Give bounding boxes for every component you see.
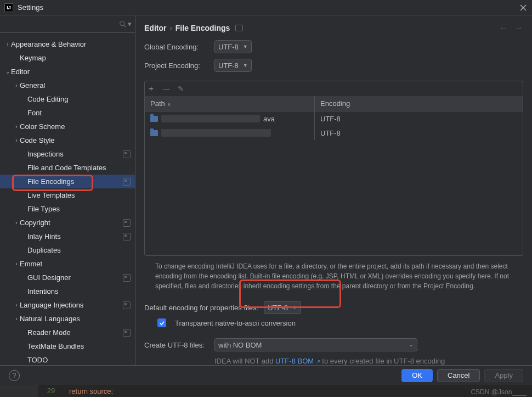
chevron-right-icon: ›	[169, 24, 172, 32]
tree-item-label: Font	[27, 109, 135, 117]
project-encoding-combo[interactable]: UTF-8▼	[214, 59, 252, 72]
tree-item-natural-languages[interactable]: ›Natural Languages	[0, 312, 135, 326]
ok-button[interactable]: OK	[401, 369, 433, 382]
tree-item-keymap[interactable]: Keymap	[0, 51, 135, 65]
tree-item-live-templates[interactable]: Live Templates	[0, 188, 135, 202]
tree-item-label: Natural Languages	[20, 315, 135, 323]
tree-item-label: Duplicates	[27, 246, 135, 254]
tree-item-color-scheme[interactable]: ›Color Scheme	[0, 120, 135, 133]
forward-icon[interactable]: →	[514, 23, 523, 33]
tree-item-label: Inspections	[27, 150, 123, 158]
sidebar: ▾ ›Appearance & BehaviorKeymap⌄Editor›Ge…	[0, 15, 135, 365]
col-encoding[interactable]: Encoding	[315, 96, 523, 111]
tree-item-textmate-bundles[interactable]: TextMate Bundles	[0, 339, 135, 353]
tree-item-todo[interactable]: TODO	[0, 353, 135, 365]
back-icon[interactable]: ←	[499, 23, 508, 33]
chevron-icon: ⌄	[4, 69, 11, 75]
breadcrumb-root[interactable]: Editor	[144, 24, 166, 32]
reset-icon[interactable]	[235, 25, 243, 31]
tree-item-label: TODO	[27, 356, 135, 364]
col-path[interactable]: Path∧	[145, 96, 315, 111]
add-icon[interactable]: ＋	[147, 83, 155, 94]
scope-icon	[123, 301, 131, 309]
bom-combo[interactable]: with NO BOM⌄	[214, 338, 417, 351]
tree-item-font[interactable]: Font	[0, 106, 135, 120]
breadcrumb-leaf: File Encodings	[176, 24, 230, 32]
cancel-button[interactable]: Cancel	[437, 369, 480, 382]
tree-item-label: Code Style	[20, 136, 135, 144]
editor-strip: 29 return source;	[0, 385, 532, 397]
utf8-bom-link[interactable]: UTF-8 BOM ↗	[275, 357, 320, 365]
window-title: Settings	[18, 3, 43, 12]
tree-item-reader-mode[interactable]: Reader Mode	[0, 326, 135, 339]
search-input[interactable]	[3, 19, 117, 29]
table-body[interactable]: avaUTF-8UTF-8	[145, 111, 523, 255]
tree-item-appearance-behavior[interactable]: ›Appearance & Behavior	[0, 37, 135, 51]
table-toolbar: ＋ — ✎	[144, 81, 523, 96]
watermark: CSDN @Json____	[471, 388, 527, 396]
table-row[interactable]: avaUTF-8	[145, 111, 523, 126]
close-icon[interactable]	[519, 3, 528, 12]
tree-item-general[interactable]: ›General	[0, 79, 135, 92]
properties-encoding-label: Default encoding for properties files:	[144, 304, 258, 312]
apply-button: Apply	[484, 369, 523, 382]
remove-icon[interactable]: —	[163, 85, 170, 93]
tree-item-inspections[interactable]: Inspections	[0, 147, 135, 161]
scope-icon	[123, 274, 131, 282]
settings-tree[interactable]: ›Appearance & BehaviorKeymap⌄Editor›Gene…	[0, 33, 135, 365]
tree-item-duplicates[interactable]: Duplicates	[0, 243, 135, 257]
chevron-down-icon[interactable]: ▾	[128, 20, 132, 28]
chevron-icon: ›	[13, 316, 20, 322]
tree-item-label: Copyright	[20, 219, 123, 227]
global-encoding-combo[interactable]: UTF-8▼	[214, 40, 252, 53]
global-encoding-label: Global Encoding:	[144, 43, 209, 51]
table-row[interactable]: UTF-8	[145, 126, 523, 140]
cell-path	[145, 126, 315, 140]
code-line: return source;	[64, 387, 532, 395]
tree-item-file-and-code-templates[interactable]: File and Code Templates	[0, 161, 135, 175]
tree-item-intentions[interactable]: Intentions	[0, 284, 135, 298]
bom-hint: IDEA will NOT add UTF-8 BOM ↗ to every c…	[214, 357, 523, 365]
tree-item-editor[interactable]: ⌄Editor	[0, 65, 135, 79]
tree-item-label: Language Injections	[20, 301, 123, 309]
chevron-icon: ›	[13, 124, 20, 130]
scope-icon	[123, 219, 131, 227]
tree-item-code-editing[interactable]: Code Editing	[0, 92, 135, 106]
scope-icon	[123, 178, 131, 186]
tree-item-emmet[interactable]: ›Emmet	[0, 257, 135, 271]
tree-item-label: General	[20, 81, 135, 90]
help-icon[interactable]: ?	[9, 370, 20, 381]
scope-icon	[123, 150, 131, 158]
chevron-down-icon: ▼	[243, 63, 248, 68]
tree-item-gui-designer[interactable]: GUI Designer	[0, 271, 135, 284]
project-encoding-label: Project Encoding:	[144, 61, 209, 70]
tree-item-language-injections[interactable]: ›Language Injections	[0, 298, 135, 312]
titlebar: IJ Settings	[0, 0, 532, 15]
scope-icon	[123, 233, 131, 241]
cell-encoding: UTF-8	[315, 111, 523, 126]
tree-item-label: Editor	[11, 68, 135, 76]
svg-point-0	[120, 21, 124, 25]
transparent-checkbox[interactable]	[157, 318, 166, 327]
bom-label: Create UTF-8 files:	[144, 341, 209, 349]
properties-encoding-combo[interactable]: UTF-8▼	[264, 301, 301, 314]
tree-item-label: File Types	[27, 205, 135, 213]
tree-item-label: Live Templates	[27, 191, 135, 199]
tree-item-inlay-hints[interactable]: Inlay Hints	[0, 230, 135, 243]
nav-arrows: ← →	[499, 23, 523, 33]
tree-item-label: Intentions	[27, 287, 135, 295]
tree-item-copyright[interactable]: ›Copyright	[0, 216, 135, 230]
edit-icon[interactable]: ✎	[178, 85, 184, 93]
tree-item-code-style[interactable]: ›Code Style	[0, 133, 135, 147]
tree-item-label: Emmet	[20, 260, 135, 268]
tree-item-file-types[interactable]: File Types	[0, 202, 135, 216]
tree-item-label: Code Editing	[27, 95, 135, 103]
table-header: Path∧ Encoding	[145, 96, 523, 111]
tree-item-file-encodings[interactable]: File Encodings	[0, 175, 135, 188]
chevron-icon: ›	[4, 41, 11, 47]
svg-line-1	[124, 25, 126, 27]
chevron-down-icon: ⌄	[409, 342, 414, 348]
transparent-label: Transparent native-to-ascii conversion	[175, 319, 296, 327]
tree-item-label: Color Scheme	[20, 122, 135, 131]
help-text: To change encoding IntelliJ IDEA uses fo…	[144, 256, 523, 295]
